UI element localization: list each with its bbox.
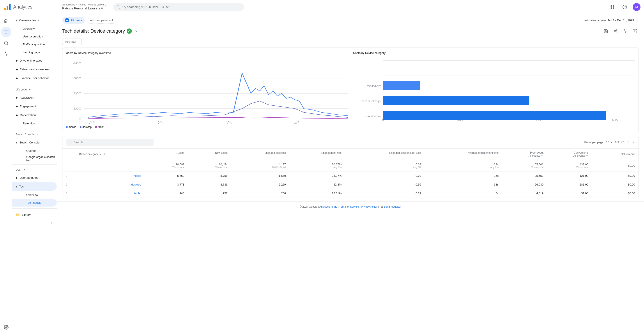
pagination-next-icon[interactable] xyxy=(632,140,635,144)
all-users-chip[interactable]: A All Users xyxy=(62,17,84,24)
library-header[interactable]: 📁 Library xyxy=(12,210,57,219)
footer-privacy[interactable]: Privacy Policy xyxy=(361,205,378,208)
sidebar-landing-page[interactable]: Landing page xyxy=(12,48,57,56)
analytics-logo-icon xyxy=(4,3,12,11)
examine-user-behavior-header[interactable]: ▶ Examine user behavior xyxy=(12,74,57,82)
bar-chart-area: mobile desktop tablet 0 2K 4K 6K xyxy=(353,58,635,124)
tech-header[interactable]: ▾ Tech xyxy=(12,182,57,191)
row-engagement-rate-2: 42.3% xyxy=(289,180,345,189)
th-avg-engagement[interactable]: Average engagement time ──── xyxy=(425,148,502,160)
nav-home-icon[interactable] xyxy=(1,16,12,26)
add-filter-btn[interactable]: Add filter + xyxy=(62,38,82,45)
row-device-3[interactable]: tablet xyxy=(134,192,141,195)
rows-per-page-select[interactable]: 10 xyxy=(606,140,613,144)
row-events-3: 4,019 xyxy=(502,189,547,198)
nav-settings-icon[interactable] xyxy=(1,322,12,332)
footer-feedback[interactable]: Send feedback xyxy=(384,205,401,208)
sidebar-tech-details[interactable]: Tech details xyxy=(12,199,57,206)
save-report-btn[interactable] xyxy=(602,27,610,35)
svg-rect-11 xyxy=(4,30,8,33)
th-device-category[interactable]: Device category xyxy=(76,148,145,160)
th-event-count[interactable]: Event count All events xyxy=(502,148,547,160)
sidebar-queries[interactable]: Queries xyxy=(12,147,57,155)
share-btn[interactable] xyxy=(612,27,620,35)
footer-analytics-home[interactable]: Analytics home xyxy=(319,205,337,208)
search-bar[interactable] xyxy=(113,3,244,11)
drive-online-sales-header[interactable]: ▶ Drive online sales xyxy=(12,56,57,65)
edit-btn[interactable] xyxy=(631,27,639,35)
apps-icon[interactable] xyxy=(608,3,617,12)
sidebar-overview[interactable]: Overview xyxy=(12,24,57,32)
total-new-users: 10,454 xyxy=(219,163,228,166)
conversions-dropdown-icon xyxy=(586,154,588,157)
svg-text:200: 200 xyxy=(74,92,82,95)
svg-text:desktop: desktop xyxy=(362,100,381,102)
date-range[interactable]: Last calendar year Jan 1 - Dec 31, 2023 xyxy=(583,18,639,22)
bar-chart-title: Users by Device category xyxy=(353,51,635,54)
conversions-select[interactable]: All events xyxy=(574,154,588,157)
row-avg-2: 38s xyxy=(425,180,502,189)
sidebar-retention[interactable]: Retention xyxy=(12,119,57,127)
nav-reports-icon[interactable] xyxy=(1,27,12,37)
th-total-revenue[interactable]: Total revenue xyxy=(592,148,638,160)
device-category-select[interactable]: Device category xyxy=(79,153,141,156)
sidebar-traffic-acquisition[interactable]: Traffic acquisition xyxy=(12,40,57,48)
line-chart-area: 400 300 200 100 0 01 Jan 01 Apr 01 Jul xyxy=(66,58,348,124)
title-dropdown-icon[interactable] xyxy=(134,28,139,34)
sidebar-user-acquisition[interactable]: User acquisition xyxy=(12,32,57,40)
table-row: 1 mobile 5,760 5,758 1,670 23.97% 0.29 1… xyxy=(62,172,638,180)
nav-advertising-icon[interactable] xyxy=(1,49,12,59)
generate-leads-label: Generate leads xyxy=(19,18,39,22)
examine-user-behavior-arrow: ▶ xyxy=(16,76,18,80)
monetization-header[interactable]: ▶ Monetization xyxy=(12,110,57,119)
engagement-header[interactable]: ▶ Engagement xyxy=(12,102,57,110)
user-attributes-header[interactable]: ▶ User attributes xyxy=(12,173,57,182)
th-engaged-per-user[interactable]: Engaged sessions per user ──── xyxy=(345,148,424,160)
sidebar-tech-overview[interactable]: Overview xyxy=(12,191,57,199)
row-per-user-1: 0.29 xyxy=(345,172,424,180)
total-avg-engagement-sub: Avg 0% xyxy=(428,166,498,169)
event-count-select[interactable]: All events xyxy=(528,154,544,157)
svg-text:Apr: Apr xyxy=(157,123,164,124)
th-conversions[interactable]: Conversions All events xyxy=(547,148,592,160)
filter-bar: A All Users Add comparison + Last calend… xyxy=(57,14,644,26)
row-events-1: 25,552 xyxy=(502,172,547,180)
total-engaged-sessions-sub: 100% of total xyxy=(234,166,286,169)
th-users[interactable]: ↓ Users ──── xyxy=(145,148,188,160)
user-avatar[interactable]: M xyxy=(632,3,640,11)
row-engaged-1: 1,670 xyxy=(231,172,289,180)
collapse-sidebar-btn[interactable] xyxy=(12,219,57,227)
search-input[interactable] xyxy=(122,5,241,9)
table-search[interactable] xyxy=(66,139,154,146)
th-engaged-sessions[interactable]: Engaged sessions ──── xyxy=(231,148,289,160)
th-engagement-rate[interactable]: Engagement rate ──── xyxy=(289,148,345,160)
nav-explore-icon[interactable] xyxy=(1,38,12,48)
raise-brand-awareness-header[interactable]: ▶ Raise brand awareness xyxy=(12,65,57,74)
svg-line-21 xyxy=(615,30,616,31)
user-collapse-icon xyxy=(22,168,26,172)
acquisition-header[interactable]: ▶ Acquisition xyxy=(12,93,57,102)
footer-terms[interactable]: Terms of Service xyxy=(339,205,359,208)
rows-per-page-chevron-icon xyxy=(610,140,613,144)
user-section-header[interactable]: User xyxy=(12,166,57,173)
chart-type-btn[interactable] xyxy=(621,27,629,35)
help-icon[interactable] xyxy=(620,3,629,12)
row-device-2[interactable]: desktop xyxy=(131,183,141,186)
table-search-icon xyxy=(68,140,72,144)
account-breadcrumb[interactable]: All accounts > Patinos Personal Lawye...… xyxy=(62,3,106,11)
rows-per-page-label: Rows per page: xyxy=(584,140,604,144)
row-device-1[interactable]: mobile xyxy=(133,174,141,178)
table-search-input[interactable] xyxy=(74,140,151,144)
pagination-prev-icon[interactable] xyxy=(626,140,630,144)
search-console-sub-header[interactable]: ▾ Search Console xyxy=(12,138,57,147)
device-category-add-icon[interactable] xyxy=(103,153,106,156)
life-cycle-section-header[interactable]: Life cycle xyxy=(12,86,57,93)
add-comparison-btn[interactable]: Add comparison + xyxy=(87,17,116,24)
sidebar-google-organic[interactable]: Google organic search traf... xyxy=(12,155,57,162)
generate-leads-header[interactable]: ▾ Generate leads xyxy=(12,16,57,24)
account-name-dropdown[interactable]: Patinos Personal Lawyers ▾ xyxy=(62,6,106,11)
row-rev-2: $0.00 xyxy=(592,180,638,189)
search-console-section-header[interactable]: Search Console xyxy=(12,131,57,138)
total-engagement-rate-sub: Avg 0% xyxy=(293,166,342,169)
th-new-users[interactable]: New users ──── xyxy=(188,148,231,160)
